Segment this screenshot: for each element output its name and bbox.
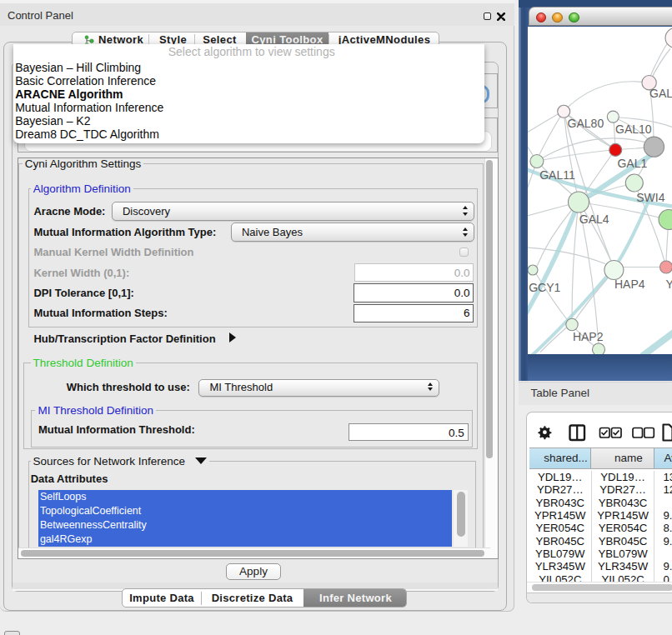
svg-text:GAL80: GAL80 — [568, 116, 604, 129]
svg-text:GAL11: GAL11 — [539, 168, 575, 181]
svg-text:Y: Y — [666, 278, 672, 291]
svg-text:GAL10: GAL10 — [615, 122, 652, 135]
svg-text:GAL1: GAL1 — [617, 156, 647, 169]
svg-text:HAP2: HAP2 — [573, 329, 604, 342]
svg-text:HAP4: HAP4 — [614, 278, 645, 291]
svg-text:GCY1: GCY1 — [529, 281, 560, 294]
svg-text:GAL4: GAL4 — [579, 212, 609, 226]
svg-text:SWI4: SWI4 — [636, 191, 664, 204]
svg-text:GAL8: GAL8 — [649, 86, 672, 99]
